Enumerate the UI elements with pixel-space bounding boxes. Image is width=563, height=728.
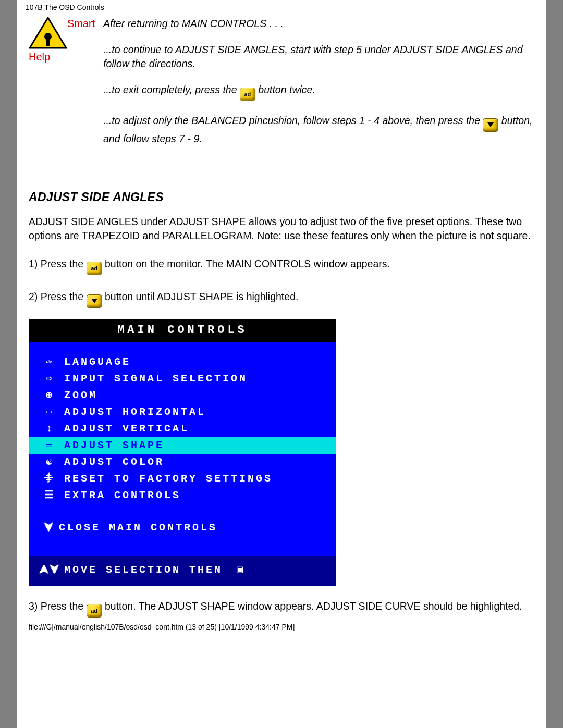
osd-item-label: LANGUAGE (59, 355, 131, 369)
osd-item-factory-reset: ⸎RESET TO FACTORY SETTINGS (29, 471, 336, 487)
svg-rect-2 (46, 40, 50, 46)
close-down-icon: ⮟ (39, 521, 59, 535)
down-button-icon (483, 118, 498, 132)
adjust-horizontal-icon: ↔ (39, 405, 59, 419)
step-1b: button on the monitor. The MAIN CONTROLS… (105, 258, 390, 269)
osd-item-label: RESET TO FACTORY SETTINGS (59, 472, 273, 486)
osd-item-adjust-vertical: ↕ADJUST VERTICAL (29, 421, 336, 437)
osd-item-label: ADJUST VERTICAL (59, 422, 189, 436)
intro-line-0: After returning to MAIN CONTROLS . . . (103, 17, 537, 30)
step-1a: 1) Press the (29, 258, 87, 269)
osd-item-label: INPUT SIGNAL SELECTION (59, 372, 248, 386)
intro-line-2a: ...to exit completely, press the (103, 84, 240, 95)
step-2: 2) Press the button until ADJUST SHAPE i… (29, 287, 537, 308)
step-2b: button until ADJUST SHAPE is highlighted… (105, 291, 298, 302)
osd-item-adjust-color: ☯ADJUST COLOR (29, 454, 336, 471)
osd-footer-label: MOVE SELECTION THEN (59, 563, 223, 577)
osd-item-input-signal: ⇨INPUT SIGNAL SELECTION (29, 371, 336, 387)
factory-reset-icon: ⸎ (39, 472, 59, 486)
warning-triangle-icon (29, 17, 67, 50)
language-icon: ✑ (39, 355, 59, 369)
step-3b: button. The ADJUST SHAPE window appears.… (105, 600, 522, 612)
osd-item-label: ADJUST HORIZONTAL (59, 405, 206, 419)
footer-path: file:///G|/manual/english/107B/osd/osd_c… (29, 623, 295, 631)
osd-item-zoom: ⊕ZOOM (29, 387, 336, 404)
step-3a: 3) Press the (29, 600, 87, 612)
osd-item-adjust-shape: ▭ADJUST SHAPE (29, 437, 336, 454)
zoom-icon: ⊕ (39, 388, 59, 402)
intro-line-3: ...to adjust only the BALANCED pincushio… (103, 114, 537, 145)
osd-item-label: ADJUST COLOR (59, 455, 164, 469)
step-1: 1) Press the ad button on the monitor. T… (29, 254, 537, 275)
osd-main-controls: MAIN CONTROLS ✑LANGUAGE⇨INPUT SIGNAL SEL… (29, 319, 336, 586)
osd-item-adjust-horizontal: ↔ADJUST HORIZONTAL (29, 404, 336, 421)
ok-button-icon: ad (87, 604, 102, 618)
osd-close-row: ⮟ CLOSE MAIN CONTROLS (29, 517, 336, 538)
adjust-color-icon: ☯ (39, 455, 59, 469)
osd-item-label: EXTRA CONTROLS (59, 488, 181, 502)
ok-glyph-icon: ▣ (230, 563, 250, 577)
osd-item-label: ADJUST SHAPE (59, 438, 164, 452)
adjust-shape-icon: ▭ (39, 438, 59, 452)
osd-title: MAIN CONTROLS (29, 319, 336, 342)
step-2a: 2) Press the (29, 291, 87, 302)
osd-item-language: ✑LANGUAGE (29, 354, 336, 371)
intro-line-2: ...to exit completely, press the ad butt… (103, 83, 537, 101)
ok-button-icon: ad (240, 88, 255, 101)
intro-line-1: ...to continue to ADJUST SIDE ANGLES, st… (103, 43, 537, 70)
step-3: 3) Press the ad button. The ADJUST SHAPE… (29, 596, 537, 618)
intro-line-3a: ...to adjust only the BALANCED pincushio… (103, 115, 483, 126)
osd-close-label: CLOSE MAIN CONTROLS (59, 521, 217, 535)
section-title: ADJUST SIDE ANGLES (29, 189, 537, 205)
ok-button-icon: ad (87, 262, 102, 275)
adjust-vertical-icon: ↕ (39, 422, 59, 436)
osd-footer: ⮝⮟ MOVE SELECTION THEN ▣ (29, 556, 336, 586)
down-button-icon (87, 294, 102, 308)
extra-controls-icon: ☰ (39, 488, 59, 502)
intro-line-2b: button twice. (258, 84, 315, 95)
move-selection-icon: ⮝⮟ (39, 563, 59, 577)
svg-point-1 (44, 33, 52, 40)
section-body: ADJUST SIDE ANGLES under ADJUST SHAPE al… (29, 215, 537, 242)
osd-item-label: ZOOM (59, 388, 97, 402)
osd-item-extra-controls: ☰EXTRA CONTROLS (29, 487, 336, 504)
input-signal-icon: ⇨ (39, 372, 59, 386)
page-header: 107B The OSD Controls (17, 0, 546, 11)
